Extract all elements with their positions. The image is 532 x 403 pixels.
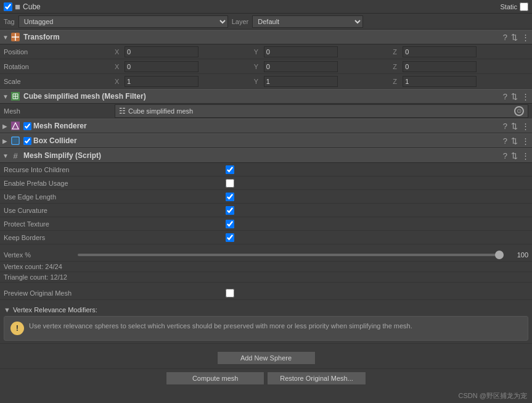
boxcollider-settings-icon[interactable]: ⇅ bbox=[511, 136, 518, 146]
prefab-row: Enable Prefab Usage bbox=[0, 177, 532, 190]
rotation-z-label: Z bbox=[393, 63, 401, 70]
compute-mesh-button[interactable]: Compute mesh bbox=[166, 372, 264, 385]
rotation-y-input[interactable] bbox=[264, 61, 338, 72]
rotation-y-label: Y bbox=[254, 63, 263, 70]
tag-layer-bar: Tag Untagged Layer Default bbox=[0, 14, 532, 30]
vertex-pct-value: 100 bbox=[504, 251, 528, 259]
scale-y-label: Y bbox=[254, 78, 263, 85]
static-label: Static bbox=[500, 3, 517, 10]
tag-select[interactable]: Untagged bbox=[18, 15, 228, 28]
boxcollider-icon bbox=[10, 135, 21, 146]
edge-label: Use Edge Length bbox=[4, 193, 226, 201]
recurse-row: Recurse Into Children bbox=[0, 163, 532, 177]
position-y-input[interactable] bbox=[264, 46, 338, 57]
meshfilter-section-header[interactable]: ▼ Cube simplified mesh (Mesh Filter) ? ⇅… bbox=[0, 89, 532, 104]
preview-label: Preview Original Mesh bbox=[4, 289, 226, 297]
curvature-label: Use Curvature bbox=[4, 207, 226, 214]
meshsimplify-menu-icon[interactable]: ⋮ bbox=[522, 151, 530, 160]
object-active-checkbox[interactable] bbox=[4, 2, 12, 11]
scale-row: Scale X Y Z bbox=[0, 74, 532, 89]
scale-label: Scale bbox=[4, 78, 115, 85]
meshrenderer-settings-icon[interactable]: ⇅ bbox=[511, 122, 518, 131]
meshsimplify-section-header[interactable]: ▼ # Mesh Simplify (Script) ? ⇅ ⋮ bbox=[0, 148, 532, 163]
vertex-relevance-info: ! Use vertex relevance spheres to select… bbox=[4, 316, 528, 341]
mesh-value: ☷ Cube simplified mesh ⊙ bbox=[115, 104, 528, 118]
vertex-count-text: Vertex count: 24/24 bbox=[4, 263, 62, 270]
meshsimplify-settings-icon[interactable]: ⇅ bbox=[511, 151, 518, 160]
mesh-grid-icon: ☷ bbox=[119, 107, 126, 115]
recurse-label: Recurse Into Children bbox=[4, 166, 226, 173]
vertex-relevance-header: ▼ Vertex Relevance Modifiers: bbox=[4, 306, 528, 314]
vertex-pct-slider[interactable] bbox=[78, 254, 504, 256]
transform-section-header[interactable]: ▼ Transform ? ⇅ ⋮ bbox=[0, 30, 532, 44]
vertex-pct-label: Vertex % bbox=[4, 251, 78, 259]
scale-x-label: X bbox=[115, 78, 123, 85]
meshfilter-menu-icon[interactable]: ⋮ bbox=[522, 92, 530, 101]
rotation-row: Rotation X Y Z bbox=[0, 59, 532, 74]
layer-label: Layer bbox=[232, 18, 249, 25]
main-content: ▼ Transform ? ⇅ ⋮ Position X bbox=[0, 30, 532, 403]
scale-z-input[interactable] bbox=[403, 76, 477, 87]
add-sphere-button[interactable]: Add New Sphere bbox=[217, 351, 316, 365]
boxcollider-help-icon[interactable]: ? bbox=[503, 136, 507, 146]
scale-z-label: Z bbox=[393, 78, 401, 85]
meshfilter-help-icon[interactable]: ? bbox=[503, 92, 507, 101]
meshfilter-title: Cube simplified mesh (Mesh Filter) bbox=[23, 92, 503, 101]
object-title: Cube bbox=[23, 2, 500, 11]
vertex-count-row: Vertex count: 24/24 bbox=[0, 262, 532, 272]
prefab-checkbox[interactable] bbox=[226, 179, 234, 188]
edge-checkbox[interactable] bbox=[226, 193, 234, 201]
boxcollider-title: Box Collider bbox=[33, 136, 503, 145]
tag-label: Tag bbox=[4, 18, 15, 25]
boxcollider-section-header[interactable]: ▶ Box Collider ? ⇅ ⋮ bbox=[0, 133, 532, 148]
top-bar: ■ Cube Static bbox=[0, 0, 532, 14]
texture-checkbox[interactable] bbox=[226, 220, 234, 228]
texture-row: Protect Texture bbox=[0, 217, 532, 231]
vr-arrow: ▼ bbox=[4, 306, 10, 314]
boxcollider-arrow: ▶ bbox=[2, 138, 10, 144]
rotation-x-input[interactable] bbox=[125, 61, 198, 72]
mesh-property-label: Mesh bbox=[4, 107, 115, 115]
transform-menu-icon[interactable]: ⋮ bbox=[522, 33, 530, 42]
edge-row: Use Edge Length bbox=[0, 190, 532, 204]
meshrenderer-arrow: ▶ bbox=[2, 123, 10, 130]
texture-label: Protect Texture bbox=[4, 220, 226, 228]
recurse-checkbox[interactable] bbox=[226, 165, 234, 174]
borders-checkbox[interactable] bbox=[226, 233, 234, 242]
meshfilter-settings-icon[interactable]: ⇅ bbox=[511, 92, 518, 101]
borders-label: Keep Borders bbox=[4, 234, 226, 241]
meshsimplify-icon: # bbox=[10, 150, 21, 161]
position-z-input[interactable] bbox=[403, 46, 477, 57]
transform-settings-icon[interactable]: ⇅ bbox=[511, 33, 518, 42]
meshrenderer-section-header[interactable]: ▶ Mesh Renderer ? ⇅ ⋮ bbox=[0, 118, 532, 133]
meshrenderer-checkbox[interactable] bbox=[23, 122, 31, 130]
meshfilter-arrow: ▼ bbox=[2, 93, 10, 100]
scale-x-input[interactable] bbox=[125, 76, 198, 87]
boxcollider-checkbox[interactable] bbox=[23, 137, 31, 145]
mesh-select-button[interactable]: ⊙ bbox=[514, 106, 524, 116]
transform-arrow: ▼ bbox=[2, 34, 10, 41]
position-x-input[interactable] bbox=[125, 46, 198, 57]
layer-select[interactable]: Default bbox=[252, 15, 363, 28]
mesh-name: Cube simplified mesh bbox=[128, 107, 193, 115]
transform-icon bbox=[10, 31, 21, 43]
restore-mesh-button[interactable]: Restore Original Mesh... bbox=[267, 372, 366, 385]
borders-row: Keep Borders bbox=[0, 231, 532, 244]
scale-y-input[interactable] bbox=[264, 76, 338, 87]
add-sphere-button-row: Add New Sphere bbox=[0, 347, 532, 369]
vertex-pct-row: Vertex % 100 bbox=[0, 248, 532, 262]
preview-row: Preview Original Mesh bbox=[0, 286, 532, 300]
svg-rect-13 bbox=[13, 138, 18, 143]
curvature-checkbox[interactable] bbox=[226, 206, 234, 215]
prefab-label: Enable Prefab Usage bbox=[4, 180, 226, 187]
static-checkbox[interactable] bbox=[520, 2, 528, 11]
meshsimplify-help-icon[interactable]: ? bbox=[503, 151, 507, 160]
rotation-z-input[interactable] bbox=[403, 61, 477, 72]
meshrenderer-menu-icon[interactable]: ⋮ bbox=[522, 122, 530, 131]
preview-checkbox[interactable] bbox=[226, 289, 234, 297]
boxcollider-menu-icon[interactable]: ⋮ bbox=[522, 136, 530, 146]
watermark: CSDN @野区捕龙为宠 bbox=[459, 391, 527, 401]
vertex-relevance-section: ▼ Vertex Relevance Modifiers: ! Use vert… bbox=[0, 304, 532, 344]
transform-help-icon[interactable]: ? bbox=[503, 33, 507, 42]
meshrenderer-help-icon[interactable]: ? bbox=[503, 122, 507, 131]
